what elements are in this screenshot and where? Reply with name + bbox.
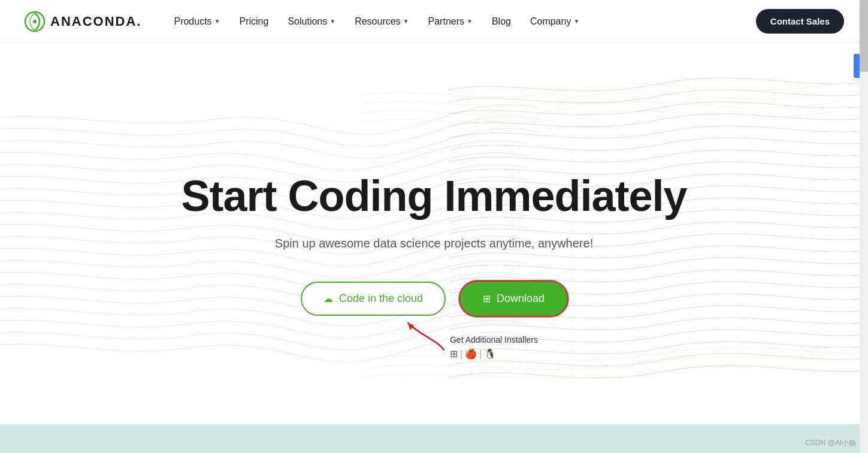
hero-section: Start Coding Immediately Spin up awesome… [0, 0, 868, 453]
side-notification[interactable] [854, 54, 860, 78]
code-in-cloud-button[interactable]: ☁ Code in the cloud [301, 282, 446, 316]
installers-section: Get Additional Installers ⊞ | 🍎 | 🐧 [450, 335, 538, 360]
anaconda-logo-icon [24, 11, 46, 32]
hero-buttons: ☁ Code in the cloud ⊞ Download [301, 282, 567, 316]
windows-installer-icon[interactable]: ⊞ [450, 348, 458, 360]
red-arrow [402, 317, 450, 353]
nav-item-partners[interactable]: Partners ▼ [420, 11, 481, 32]
nav-item-resources[interactable]: Resources ▼ [346, 11, 417, 32]
linux-installer-icon[interactable]: 🐧 [484, 348, 496, 360]
separator-1: | [460, 349, 462, 360]
nav-item-solutions[interactable]: Solutions ▼ [279, 11, 344, 32]
logo[interactable]: ANACONDA. [24, 11, 141, 32]
hero-content: Start Coding Immediately Spin up awesome… [181, 137, 686, 360]
resources-arrow-icon: ▼ [403, 18, 409, 25]
installer-icons-row: ⊞ | 🍎 | 🐧 [450, 348, 496, 360]
svg-marker-2 [408, 323, 414, 330]
scrollbar-thumb[interactable] [860, 0, 868, 72]
nav-item-products[interactable]: Products ▼ [165, 11, 228, 32]
nav-items: Products ▼ Pricing Solutions ▼ Resources… [165, 11, 755, 32]
cloud-icon: ☁ [323, 293, 333, 304]
products-arrow-icon: ▼ [214, 18, 220, 25]
download-button[interactable]: ⊞ Download [460, 282, 567, 316]
solutions-arrow-icon: ▼ [329, 18, 335, 25]
windows-icon: ⊞ [483, 293, 491, 304]
footer-strip [0, 424, 868, 453]
hero-title: Start Coding Immediately [181, 173, 686, 220]
partners-arrow-icon: ▼ [467, 18, 473, 25]
nav-item-company[interactable]: Company ▼ [522, 11, 588, 32]
apple-installer-icon[interactable]: 🍎 [465, 348, 477, 360]
separator-2: | [479, 349, 482, 360]
hero-subtitle: Spin up awesome data science projects an… [275, 237, 593, 250]
logo-text: ANACONDA. [50, 14, 141, 29]
navbar: ANACONDA. Products ▼ Pricing Solutions ▼… [0, 0, 868, 43]
nav-item-blog[interactable]: Blog [483, 11, 519, 32]
nav-item-pricing[interactable]: Pricing [231, 11, 277, 32]
contact-sales-button[interactable]: Contact Sales [756, 9, 844, 34]
watermark: CSDN @AI小杨 [805, 438, 856, 448]
svg-point-1 [33, 20, 37, 23]
get-installers-label: Get Additional Installers [450, 335, 538, 345]
scrollbar[interactable] [860, 0, 868, 453]
company-arrow-icon: ▼ [573, 18, 579, 25]
